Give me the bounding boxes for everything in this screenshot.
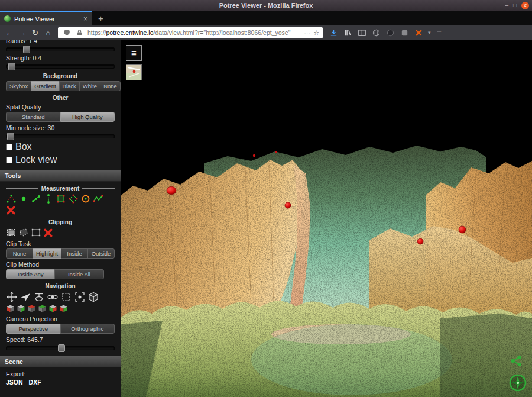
measurement-section-header: Measurement bbox=[6, 185, 115, 192]
page-actions-icon[interactable]: ··· bbox=[304, 30, 310, 36]
export-formats: JSON DXF bbox=[6, 379, 115, 386]
projection-perspective-button[interactable]: Perspective bbox=[6, 324, 61, 334]
downloads-icon[interactable] bbox=[329, 28, 339, 38]
view-back-icon[interactable] bbox=[17, 304, 25, 313]
background-gradient-button[interactable]: Gradient bbox=[31, 81, 59, 91]
scene-accordion[interactable]: Scene bbox=[0, 356, 121, 367]
firefox-menu-icon[interactable]: ≡ bbox=[437, 28, 442, 37]
view-front-icon[interactable] bbox=[6, 304, 15, 313]
minimize-icon[interactable]: – bbox=[505, 2, 508, 8]
fly-controls-icon[interactable] bbox=[20, 291, 31, 303]
remove-clipping-icon[interactable] bbox=[43, 228, 53, 238]
background-white-button[interactable]: White bbox=[79, 81, 100, 91]
new-tab-button[interactable]: + bbox=[92, 11, 110, 25]
projection-orthographic-button[interactable]: Orthographic bbox=[60, 324, 115, 334]
remove-measurements-icon[interactable] bbox=[6, 205, 16, 215]
url-bar[interactable]: https://potree.entwine.io/data/view.html… bbox=[58, 27, 323, 38]
earth-controls-icon[interactable] bbox=[6, 291, 18, 303]
view-bottom-icon[interactable] bbox=[38, 304, 47, 313]
clip-volume-icon[interactable] bbox=[6, 227, 17, 238]
navigation-cube-icon[interactable] bbox=[87, 291, 99, 303]
background-options: Skybox Gradient Black White None bbox=[6, 81, 115, 91]
page-content: Radius: 1.4 Strength: 0.4 Background Sky… bbox=[0, 40, 532, 397]
strength-slider[interactable] bbox=[6, 63, 115, 69]
reload-icon[interactable]: ↻ bbox=[29, 29, 41, 37]
library-icon[interactable] bbox=[343, 28, 353, 38]
splat-quality-options: Standard High Quality bbox=[6, 112, 115, 122]
box-checkbox-row: Box bbox=[6, 141, 115, 152]
profile-tool-icon[interactable] bbox=[93, 193, 103, 204]
splat-high-quality-button[interactable]: High Quality bbox=[60, 112, 115, 122]
tools-accordion[interactable]: Tools bbox=[0, 170, 121, 182]
clipping-section-header: Clipping bbox=[6, 219, 115, 225]
area-measurement-icon[interactable] bbox=[56, 193, 66, 204]
toolbar-icons: ▾ ≡ bbox=[329, 28, 442, 38]
navigation-tools bbox=[6, 291, 115, 303]
compass-icon[interactable] bbox=[508, 373, 527, 392]
min-node-size-label: Min node size: 30 bbox=[6, 124, 115, 131]
clip-method-options: Inside Any Inside All bbox=[6, 269, 104, 279]
close-icon[interactable]: × bbox=[521, 2, 529, 9]
angle-measurement-icon[interactable] bbox=[6, 193, 17, 204]
extension-globe-icon[interactable] bbox=[371, 28, 381, 38]
tab-potree-viewer[interactable]: Potree Viewer × bbox=[0, 11, 92, 25]
height-measurement-icon[interactable] bbox=[43, 193, 54, 204]
lock-view-checkbox-row: Lock view bbox=[6, 154, 115, 165]
splat-standard-button[interactable]: Standard bbox=[6, 112, 61, 122]
clip-task-inside-button[interactable]: Inside bbox=[61, 248, 88, 259]
background-section-header: Background bbox=[6, 73, 115, 79]
bookmark-star-icon[interactable]: ☆ bbox=[313, 30, 319, 36]
distance-measurement-icon[interactable] bbox=[31, 193, 41, 204]
helicopter-controls-icon[interactable] bbox=[33, 291, 45, 303]
home-icon[interactable]: ⌂ bbox=[42, 29, 54, 37]
lock-icon[interactable] bbox=[74, 28, 85, 38]
view-top-icon[interactable] bbox=[27, 304, 36, 313]
view-right-icon[interactable] bbox=[59, 304, 68, 313]
extension-square-icon[interactable] bbox=[400, 28, 410, 38]
background-none-button[interactable]: None bbox=[100, 81, 121, 91]
background-black-button[interactable]: Black bbox=[59, 81, 80, 91]
forward-icon[interactable]: → bbox=[16, 29, 28, 37]
overflow-caret-icon[interactable]: ▾ bbox=[428, 30, 431, 35]
export-dxf-link[interactable]: DXF bbox=[29, 379, 41, 386]
other-section-header: Other bbox=[6, 95, 115, 101]
speed-label: Speed: 645.7 bbox=[6, 336, 115, 343]
point-measurement-icon[interactable] bbox=[18, 193, 29, 204]
box-checkbox[interactable] bbox=[6, 144, 12, 150]
view-left-icon[interactable] bbox=[48, 304, 57, 313]
volume-measurement-icon[interactable] bbox=[68, 193, 79, 204]
speed-slider[interactable] bbox=[6, 344, 115, 351]
clip-method-inside-all-button[interactable]: Inside All bbox=[54, 269, 103, 279]
point-cloud-viewport[interactable]: ≡ bbox=[121, 40, 532, 397]
window-title: Potree Viewer - Mozilla Firefox bbox=[219, 2, 313, 9]
tracking-shield-icon[interactable] bbox=[61, 28, 72, 38]
extension-orange-icon[interactable] bbox=[414, 28, 424, 38]
circle-measurement-icon[interactable] bbox=[80, 193, 91, 204]
export-json-link[interactable]: JSON bbox=[6, 379, 23, 386]
clip-task-outside-button[interactable]: Outside bbox=[87, 248, 115, 259]
back-icon[interactable]: ← bbox=[3, 29, 15, 37]
min-node-size-slider[interactable] bbox=[6, 133, 115, 139]
clip-method-inside-any-button[interactable]: Inside Any bbox=[6, 269, 55, 279]
clip-task-none-button[interactable]: None bbox=[6, 248, 33, 259]
sidebar-menu-toggle[interactable]: ≡ bbox=[126, 45, 142, 61]
polygon-clip-icon[interactable] bbox=[18, 227, 29, 238]
extension-dark-circle-icon[interactable] bbox=[385, 28, 395, 38]
window-controls: – □ × bbox=[505, 0, 529, 11]
full-extent-icon[interactable] bbox=[60, 291, 72, 303]
focus-selection-icon[interactable] bbox=[74, 291, 86, 303]
sidebar-toggle-icon[interactable] bbox=[357, 28, 367, 38]
radius-slider[interactable] bbox=[6, 46, 115, 52]
maximize-icon[interactable]: □ bbox=[513, 2, 517, 8]
screen-box-clip-icon[interactable] bbox=[31, 227, 41, 238]
clip-task-highlight-button[interactable]: Highlight bbox=[33, 248, 61, 259]
lock-view-checkbox[interactable] bbox=[6, 157, 12, 163]
tab-close-icon[interactable]: × bbox=[83, 15, 87, 23]
os-titlebar: Potree Viewer - Mozilla Firefox – □ × bbox=[0, 0, 532, 11]
camera-projection-options: Perspective Orthographic bbox=[6, 324, 115, 334]
orbit-controls-icon[interactable] bbox=[47, 291, 59, 303]
map-overlay-thumbnail[interactable] bbox=[126, 64, 142, 80]
background-skybox-button[interactable]: Skybox bbox=[6, 81, 31, 91]
share-icon[interactable] bbox=[510, 354, 523, 367]
nav-toolbar: ← → ↻ ⌂ https://potree.entwine.io/data/v… bbox=[0, 25, 532, 40]
